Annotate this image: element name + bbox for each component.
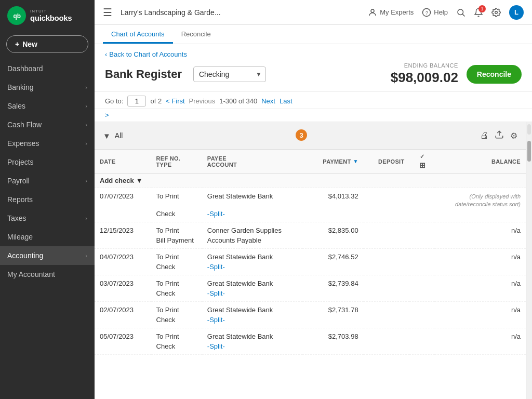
sidebar-item-my-accountant[interactable]: My Accountant [0, 265, 95, 284]
my-experts-button[interactable]: My Experts [368, 8, 414, 17]
sidebar-item-banking[interactable]: Banking › [0, 78, 95, 97]
payee-account-header: PAYEE ACCOUNT [202, 150, 302, 174]
ending-label: ENDING BALANCE [404, 62, 458, 69]
last-page-link[interactable]: Last [280, 97, 292, 105]
sidebar-item-accounting[interactable]: Accounting › [0, 246, 95, 265]
page-input[interactable] [127, 96, 146, 107]
sidebar-item-taxes[interactable]: Taxes › [0, 209, 95, 228]
person-icon [368, 8, 377, 17]
table-row: 03/07/2023 To Print Great Statewide Bank… [95, 275, 526, 289]
badge-tooltip: 3 [298, 134, 304, 138]
notification-badge: 1 [478, 5, 486, 12]
search-button[interactable] [456, 8, 466, 17]
hamburger-icon[interactable]: ☰ [103, 6, 112, 19]
split-link[interactable]: -Split- [207, 342, 225, 350]
split-link[interactable]: -Split- [207, 316, 225, 324]
back-link[interactable]: ‹ Back to Chart of Accounts [105, 50, 522, 58]
scrollbar[interactable] [526, 122, 532, 399]
split-link[interactable]: -Split- [207, 263, 225, 271]
more-link[interactable]: > [105, 111, 109, 119]
filter-icon: ▼ [103, 131, 111, 140]
avatar[interactable]: L [509, 5, 524, 20]
table-row: Check -Split- [95, 288, 526, 302]
balance-header: BALANCE [435, 150, 526, 174]
date-header: DATE [95, 150, 151, 174]
help-button[interactable]: ? Help [422, 8, 448, 17]
tab-chart-of-accounts[interactable]: Chart of Accounts [103, 25, 173, 44]
svg-line-6 [462, 14, 464, 16]
register-table: DATE REF NO. TYPE PAYEE ACCOUNT PAY [95, 150, 526, 355]
ref-cell: To Print [151, 188, 202, 209]
help-icon: ? [422, 8, 431, 17]
svg-point-5 [458, 9, 463, 15]
check-cell [409, 188, 435, 209]
sidebar-item-label: Accounting [7, 251, 85, 260]
tab-label: Reconcile [181, 30, 211, 38]
account-select[interactable]: Checking Savings Money Market [193, 66, 266, 82]
sidebar-item-dashboard[interactable]: Dashboard [0, 59, 95, 78]
table-area: ▼ All 3 🖨 ⚙ [95, 122, 532, 399]
deposit-header: DEPOSIT [364, 150, 410, 174]
filter-label: All [115, 131, 123, 140]
sidebar-item-sales[interactable]: Sales › [0, 97, 95, 115]
sidebar-item-label: My Accountant [7, 270, 87, 278]
company-name: Larry's Landscaping & Garde... [121, 8, 362, 17]
sidebar-item-payroll[interactable]: Payroll › [0, 171, 95, 190]
chevron-down-icon: ▼ [136, 177, 143, 184]
sidebar-item-cash-flow[interactable]: Cash Flow › [0, 115, 95, 134]
add-check-button[interactable]: Add check ▼ [100, 177, 143, 184]
tab-bar: Chart of Accounts Reconcile [95, 25, 532, 44]
balance-cell: (Only displayed with date/reconcile stat… [435, 188, 526, 209]
tab-label: Chart of Accounts [111, 30, 165, 38]
sidebar-item-mileage[interactable]: Mileage [0, 228, 95, 246]
search-icon [456, 8, 466, 17]
reconcile-button[interactable]: Reconcile [467, 65, 522, 84]
next-page-link[interactable]: Next [261, 97, 275, 105]
svg-text:qb: qb [14, 12, 21, 20]
table-row: 12/15/2023 To Print Conner Garden Suppli… [95, 222, 526, 236]
notifications-button[interactable]: 1 [474, 8, 483, 17]
back-link-label: Back to Chart of Accounts [109, 50, 187, 58]
copy-icon: ⊞ [419, 161, 425, 169]
svg-point-2 [371, 9, 374, 12]
table-row: 04/07/2023 To Print Great Statewide Bank… [95, 249, 526, 262]
sidebar-item-label: Cash Flow [7, 121, 85, 129]
sidebar-item-label: Payroll [7, 177, 85, 185]
table-settings-icon[interactable]: ⚙ [510, 131, 517, 141]
previous-label: Previous [189, 97, 216, 105]
sidebar-item-reports[interactable]: Reports [0, 190, 95, 209]
add-check-label: Add check [100, 177, 134, 184]
sidebar: qb intuit quickbooks + New Dashboard Ban… [0, 0, 95, 399]
table-row: Check -Split- [95, 209, 526, 222]
export-icon[interactable] [495, 130, 504, 141]
sidebar-item-projects[interactable]: Projects [0, 153, 95, 171]
date-cell: 07/07/2023 [95, 188, 151, 209]
sidebar-item-expenses[interactable]: Expenses › [0, 134, 95, 153]
filter-actions: 🖨 ⚙ [480, 130, 517, 141]
table-row: Bill Payment Accounts Payable [95, 235, 526, 249]
my-experts-label: My Experts [380, 8, 414, 16]
payment-header[interactable]: PAYMENT ▼ [302, 150, 364, 174]
settings-button[interactable] [491, 8, 501, 17]
register-header: ‹ Back to Chart of Accounts Bank Registe… [95, 44, 532, 91]
split-link[interactable]: -Split- [207, 210, 225, 218]
sidebar-item-label: Banking [7, 83, 85, 91]
sidebar-item-label: Dashboard [7, 64, 87, 73]
first-page-link[interactable]: < First [166, 97, 184, 105]
print-icon[interactable]: 🖨 [480, 131, 488, 140]
sidebar-nav: Dashboard Banking › Sales › Cash Flow › … [0, 59, 95, 399]
table-wrapper: ▼ All 3 🖨 ⚙ [95, 122, 526, 399]
chevron-right-icon: › [85, 140, 87, 147]
sidebar-item-label: Sales [7, 102, 85, 110]
logo-area: qb intuit quickbooks [0, 0, 95, 31]
table-row: 07/07/2023 To Print Great Statewide Bank… [95, 188, 526, 209]
ending-balance-section: ENDING BALANCE $98,009.02 [391, 62, 458, 86]
new-button[interactable]: + New [6, 35, 88, 53]
tab-reconcile[interactable]: Reconcile [173, 25, 219, 44]
split-link[interactable]: -Split- [207, 289, 225, 297]
sidebar-item-label: Taxes [7, 214, 85, 222]
main-area: ☰ Larry's Landscaping & Garde... My Expe… [95, 0, 532, 399]
sidebar-item-label: Reports [7, 195, 87, 204]
ref-type-header: REF NO. TYPE [151, 150, 202, 174]
account-select-wrapper: Checking Savings Money Market ▼ [193, 66, 266, 82]
